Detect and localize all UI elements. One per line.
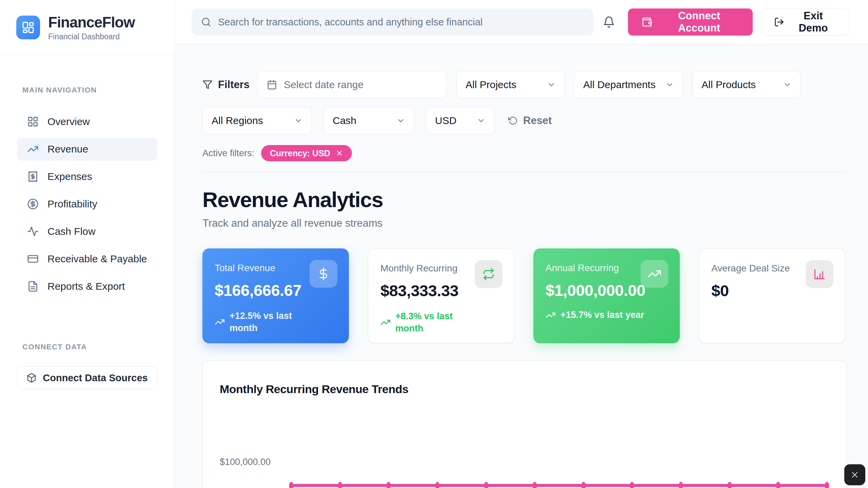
connect-section-label: CONNECT DATA	[22, 343, 157, 351]
kpi-change-text: +12.5% vs last month	[230, 310, 310, 334]
trend-line	[289, 484, 829, 487]
products-select[interactable]: All Products	[692, 71, 801, 98]
chevron-down-icon	[776, 80, 792, 89]
wallet-icon	[642, 17, 652, 27]
chevron-down-icon	[540, 80, 556, 89]
page-title: Revenue Analytics	[202, 187, 845, 212]
dollar-circle-icon	[27, 198, 39, 210]
main-navigation: MAIN NAVIGATION Overview Revenue Expense…	[0, 86, 174, 298]
cube-icon	[26, 373, 37, 383]
search-input[interactable]	[218, 17, 584, 28]
trending-up-icon	[640, 260, 668, 288]
activity-icon	[27, 226, 39, 237]
trending-up-icon	[215, 317, 225, 327]
projects-select-value: All Projects	[466, 79, 516, 90]
accounting-method-select[interactable]: Cash	[323, 107, 414, 134]
notifications-button[interactable]	[603, 16, 615, 28]
sidebar-item-label: Cash Flow	[47, 226, 96, 237]
currency-select[interactable]: USD	[426, 107, 495, 134]
kpi-card-annual-recurring[interactable]: Annual Recurring $1,000,000.00 +15.7% vs…	[533, 248, 680, 343]
page-subtitle: Track and analyze all revenue streams	[202, 217, 845, 229]
nav-section-label: MAIN NAVIGATION	[22, 86, 157, 95]
close-icon[interactable]	[336, 149, 343, 157]
main-content: Filters All Projects All Departments All…	[175, 44, 868, 488]
reset-filters-button[interactable]: Reset	[508, 115, 552, 127]
close-icon	[850, 470, 860, 480]
sidebar-item-overview[interactable]: Overview	[17, 110, 157, 133]
date-range-input[interactable]	[257, 71, 447, 98]
sidebar-item-label: Receivable & Payable	[47, 253, 147, 265]
exit-demo-button[interactable]: Exit Demo	[762, 8, 849, 36]
connect-data-section: CONNECT DATA Connect Data Sources	[0, 343, 174, 389]
search-bar[interactable]	[192, 8, 593, 36]
sidebar-item-label: Reports & Export	[47, 281, 125, 292]
kpi-change-text: +8.3% vs last month	[395, 310, 475, 335]
kpi-cards: Total Revenue $166,666.67 +12.5% vs last…	[202, 248, 845, 343]
kpi-card-total-revenue[interactable]: Total Revenue $166,666.67 +12.5% vs last…	[202, 248, 349, 343]
chevron-down-icon	[470, 116, 486, 125]
kpi-card-average-deal-size[interactable]: Average Deal Size $0	[699, 248, 845, 343]
sidebar-item-receivable-payable[interactable]: Receivable & Payable	[17, 247, 157, 270]
chart-title: Monthly Recurring Revenue Trends	[220, 383, 829, 396]
receipt-icon	[27, 171, 39, 182]
filters-row-2: All Regions Cash USD Reset	[202, 107, 845, 134]
file-text-icon	[27, 281, 39, 292]
regions-select-value: All Regions	[212, 115, 263, 126]
chevron-down-icon	[287, 116, 303, 125]
chevron-down-icon	[390, 116, 405, 125]
sidebar: FinanceFlow Financial Dashboard MAIN NAV…	[0, 0, 175, 488]
log-out-icon	[774, 17, 784, 27]
repeat-icon	[475, 260, 502, 288]
filter-chip-currency[interactable]: Currency: USD	[261, 145, 352, 161]
connect-data-sources-button[interactable]: Connect Data Sources	[17, 366, 157, 389]
sidebar-item-revenue[interactable]: Revenue	[17, 138, 157, 161]
y-axis-tick: $100,000.00	[220, 457, 271, 467]
kpi-change: +12.5% vs last month	[215, 310, 337, 334]
departments-select[interactable]: All Departments	[574, 71, 683, 98]
rotate-ccw-icon	[508, 116, 518, 125]
accounting-method-value: Cash	[333, 115, 356, 126]
sidebar-item-cash-flow[interactable]: Cash Flow	[17, 220, 157, 243]
sidebar-item-label: Overview	[47, 116, 90, 127]
kpi-change: +15.7% vs last year	[546, 310, 668, 320]
overlay-close-button[interactable]	[844, 464, 865, 485]
sidebar-item-label: Profitability	[47, 198, 97, 210]
dollar-icon	[310, 260, 337, 288]
regions-select[interactable]: All Regions	[202, 107, 312, 134]
filter-chip-label: Currency: USD	[270, 148, 330, 158]
search-icon	[201, 17, 211, 27]
products-select-value: All Products	[702, 79, 756, 90]
kpi-card-monthly-recurring[interactable]: Monthly Recurring $83,333.33 +8.3% vs la…	[368, 248, 514, 343]
departments-select-value: All Departments	[583, 79, 655, 90]
connect-account-button[interactable]: Connect Account	[628, 8, 753, 36]
date-range-field[interactable]	[284, 79, 437, 90]
reset-label: Reset	[523, 115, 552, 127]
sidebar-item-expenses[interactable]: Expenses	[17, 165, 157, 188]
bell-icon	[603, 16, 615, 28]
brand: FinanceFlow Financial Dashboard	[0, 0, 174, 55]
active-filters-label: Active filters:	[202, 148, 254, 159]
dashboard-icon	[27, 116, 39, 127]
brand-tagline: Financial Dashboard	[48, 32, 135, 41]
sidebar-item-label: Expenses	[47, 171, 92, 182]
kpi-change: +8.3% vs last month	[380, 310, 502, 335]
filters-title: Filters	[202, 79, 250, 91]
kpi-change-text: +15.7% vs last year	[560, 310, 644, 320]
sidebar-item-profitability[interactable]: Profitability	[17, 192, 157, 216]
brand-name: FinanceFlow	[48, 14, 135, 31]
projects-select[interactable]: All Projects	[456, 71, 565, 98]
chevron-down-icon	[658, 80, 674, 89]
sidebar-item-label: Revenue	[47, 143, 88, 155]
mrr-trends-chart-card: Monthly Recurring Revenue Trends $100,00…	[202, 361, 847, 488]
bar-chart-icon	[806, 260, 833, 288]
active-filters-row: Active filters: Currency: USD	[202, 145, 845, 161]
sidebar-item-reports-export[interactable]: Reports & Export	[17, 275, 157, 298]
calendar-icon	[267, 80, 277, 90]
credit-card-icon	[27, 253, 39, 265]
funnel-icon	[202, 80, 213, 90]
trending-up-icon	[27, 143, 39, 155]
currency-select-value: USD	[435, 115, 456, 126]
section-divider	[202, 172, 845, 172]
exit-demo-label: Exit Demo	[790, 10, 837, 34]
trending-up-icon	[546, 310, 556, 320]
